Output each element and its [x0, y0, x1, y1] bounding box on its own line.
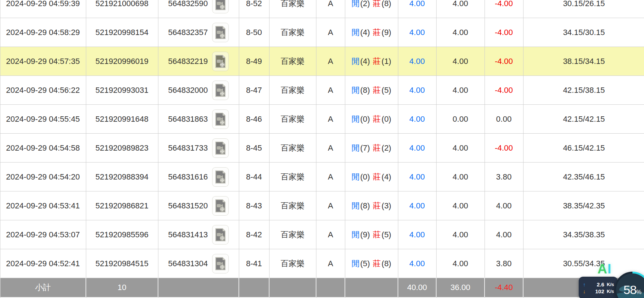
banker-label: 莊	[373, 143, 381, 152]
cell-game-type: 百家樂	[269, 163, 316, 191]
video-replay-button[interactable]	[212, 254, 229, 273]
cell-game-result: 閒(4) 莊(1)	[345, 47, 398, 76]
cell-win-loss: 3.80	[485, 163, 523, 191]
video-replay-button[interactable]	[212, 138, 229, 158]
table-row[interactable]: 2024-09-29 04:57:35 521920996019 5648322…	[0, 47, 644, 76]
cell-game-result: 閒(7) 莊(2)	[345, 134, 398, 163]
cell-game-type: 百家樂	[269, 47, 316, 76]
video-replay-button[interactable]	[212, 23, 229, 42]
upload-speed-value: 2.6	[597, 281, 604, 288]
cell-bet-id: 521921000698	[86, 0, 158, 18]
cell-table-code: A	[316, 163, 345, 191]
table-row[interactable]: 2024-09-29 04:59:39 521921000698 5648325…	[0, 0, 644, 18]
cell-valid-amount: 4.00	[436, 0, 485, 18]
cell-round-number: 8-49	[239, 47, 269, 76]
game-id-text: 564831733	[168, 143, 208, 153]
table-row[interactable]: 2024-09-29 04:52:41 521920984515 5648313…	[0, 249, 644, 278]
bet-amount-link[interactable]: 4.00	[409, 115, 425, 124]
cell-bet-time: 2024-09-29 04:53:41	[0, 191, 86, 220]
video-document-icon	[215, 113, 226, 126]
ai-overlay-label[interactable]: AI	[597, 262, 612, 277]
cell-round-number: 8-47	[239, 76, 269, 105]
subtotal-bet-amount: 40.00	[398, 278, 436, 297]
video-replay-button[interactable]	[212, 225, 229, 245]
cell-balance: 42.35/46.15	[523, 163, 644, 191]
subtotal-win-loss: -4.40	[485, 278, 523, 297]
cell-table-code: A	[316, 134, 345, 163]
banker-score: (8)	[381, 259, 392, 268]
cell-valid-amount: 4.00	[436, 220, 485, 249]
cell-balance: 38.35/42.35	[523, 191, 644, 220]
bet-amount-link[interactable]: 4.00	[409, 201, 425, 210]
video-replay-button[interactable]	[212, 167, 229, 187]
cell-bet-time: 2024-09-29 04:54:58	[0, 134, 86, 163]
video-document-icon	[215, 0, 226, 10]
cell-game-id: 564832590	[158, 0, 239, 18]
game-id-text: 564831304	[168, 259, 208, 268]
cell-game-result: 閒(8) 莊(3)	[345, 191, 398, 220]
ai-letter-a: A	[597, 262, 608, 276]
cell-table-code: A	[316, 249, 345, 278]
bet-amount-link[interactable]: 4.00	[409, 57, 425, 66]
cell-round-number: 8-45	[239, 134, 269, 163]
video-replay-button[interactable]	[212, 52, 229, 71]
video-replay-button[interactable]	[212, 0, 229, 13]
banker-score: (4)	[381, 172, 392, 181]
cell-bet-amount: 4.00	[398, 105, 436, 134]
video-document-icon	[215, 26, 226, 39]
bet-amount-link[interactable]: 4.00	[409, 0, 425, 8]
player-label: 閒	[351, 57, 360, 66]
network-speed-widget[interactable]: ↑ 2.6 K/s ↓ 102 K/s	[579, 277, 618, 298]
banker-score: (9)	[381, 28, 392, 37]
cell-bet-id: 521920993031	[86, 76, 158, 105]
video-replay-button[interactable]	[212, 81, 229, 100]
cell-valid-amount: 4.00	[436, 76, 485, 105]
download-arrow-icon: ↓	[583, 289, 587, 294]
player-label: 閒	[351, 259, 360, 268]
cell-valid-amount: 4.00	[436, 18, 485, 47]
table-row[interactable]: 2024-09-29 04:56:22 521920993031 5648320…	[0, 76, 644, 105]
cell-game-result: 閒(0) 莊(0)	[345, 105, 398, 134]
cell-bet-time: 2024-09-29 04:52:41	[0, 249, 86, 278]
player-label: 閒	[351, 143, 360, 152]
bet-amount-link[interactable]: 4.00	[409, 143, 425, 152]
cell-bet-amount: 4.00	[398, 76, 436, 105]
cell-valid-amount: 0.00	[436, 105, 485, 134]
table-row[interactable]: 2024-09-29 04:53:41 521920986821 5648315…	[0, 191, 644, 220]
bet-amount-link[interactable]: 4.00	[409, 259, 425, 268]
table-row[interactable]: 2024-09-29 04:53:07 521920985596 5648314…	[0, 220, 644, 249]
player-score: (2)	[360, 0, 371, 8]
player-label: 閒	[351, 201, 360, 210]
download-speed-unit: K/s	[607, 289, 614, 294]
bet-amount-link[interactable]: 4.00	[409, 28, 425, 37]
download-speed-value: 102	[595, 288, 604, 294]
table-row[interactable]: 2024-09-29 04:58:29 521920998154 5648323…	[0, 18, 644, 47]
bet-amount-link[interactable]: 4.00	[409, 86, 425, 95]
betting-history-screen: 2024-09-29 04:59:39 521921000698 5648325…	[0, 0, 644, 298]
table-row[interactable]: 2024-09-29 04:54:58 521920989823 5648317…	[0, 134, 644, 163]
video-replay-button[interactable]	[212, 109, 229, 129]
cell-game-type: 百家樂	[269, 0, 316, 18]
player-score: (7)	[360, 143, 371, 152]
cell-round-number: 8-44	[239, 163, 269, 191]
table-row[interactable]: 2024-09-29 04:55:45 521920991648 5648318…	[0, 105, 644, 134]
cell-round-number: 8-42	[239, 220, 269, 249]
banker-score: (5)	[381, 230, 392, 239]
cell-bet-time: 2024-09-29 04:57:35	[0, 47, 86, 76]
banker-label: 莊	[373, 201, 381, 210]
cell-win-loss: 0.00	[485, 105, 523, 134]
cell-game-type: 百家樂	[269, 220, 316, 249]
player-label: 閒	[351, 230, 360, 239]
video-document-icon	[215, 142, 226, 155]
cell-bet-time: 2024-09-29 04:54:20	[0, 163, 86, 191]
video-replay-button[interactable]	[212, 196, 229, 216]
cell-game-id: 564832357	[158, 18, 239, 47]
table-row[interactable]: 2024-09-29 04:54:20 521920988394 5648316…	[0, 163, 644, 191]
game-id-text: 564831413	[168, 230, 208, 239]
cell-win-loss: 4.00	[485, 191, 523, 220]
player-score: (5)	[360, 259, 371, 268]
bet-amount-link[interactable]: 4.00	[409, 172, 425, 181]
bet-amount-link[interactable]: 4.00	[409, 230, 425, 239]
cell-bet-id: 521920989823	[86, 134, 158, 163]
subtotal-count: 10	[86, 278, 158, 297]
